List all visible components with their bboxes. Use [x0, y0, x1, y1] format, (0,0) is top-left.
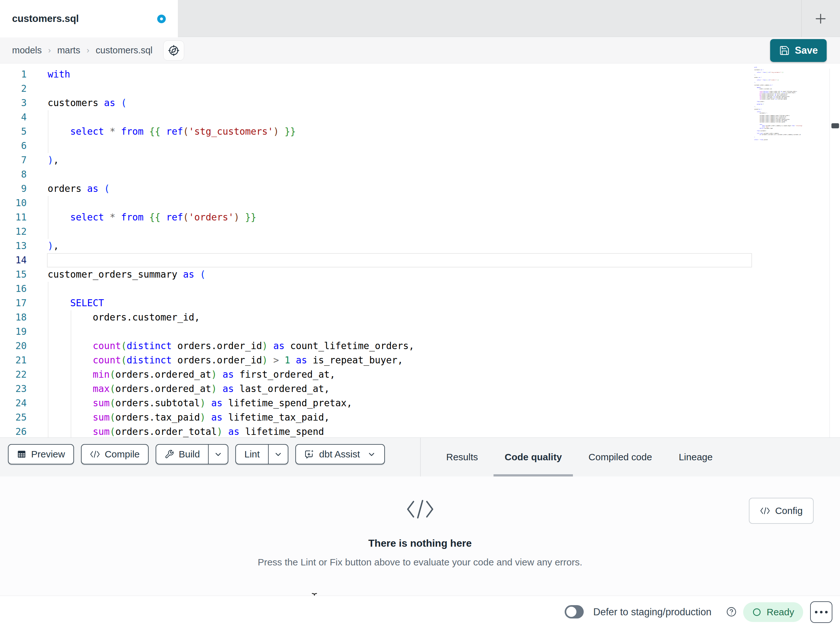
code-line-4[interactable]: 4 — [0, 110, 414, 125]
save-button[interactable]: Save — [770, 39, 827, 62]
code-line-16[interactable]: 16 — [0, 282, 414, 296]
plus-icon — [814, 12, 827, 25]
line-number: 2 — [0, 82, 27, 96]
toolbar-buttons: PreviewCompileBuildLintdbt Assist — [8, 444, 385, 464]
code-line-11[interactable]: 11 select * from {{ ref('orders') }} — [0, 210, 414, 225]
code-editor[interactable]: 1with23customers as (45 select * from {{… — [0, 63, 840, 437]
dbt-assist-button[interactable]: dbt Assist — [295, 444, 385, 464]
code-line-15[interactable]: 15customer_orders_summary as ( — [0, 267, 414, 282]
code-line-text: sum(orders.order_total) as lifetime_spen… — [27, 425, 324, 437]
code-line-6[interactable]: 6 — [0, 139, 414, 153]
code-line-text: sum(orders.tax_paid) as lifetime_tax_pai… — [27, 410, 330, 425]
line-number: 19 — [0, 325, 27, 339]
lint-dropdown-chevron-down-icon[interactable] — [269, 445, 288, 464]
code-line-text — [27, 196, 47, 210]
build-dropdown-chevron-down-icon[interactable] — [208, 445, 228, 464]
line-number: 23 — [0, 382, 27, 396]
line-number: 11 — [0, 210, 27, 225]
code-line-text: customers as ( — [27, 96, 127, 110]
breadcrumb-item-models[interactable]: models — [12, 45, 42, 55]
code-line-20[interactable]: 20 count(distinct orders.order_id) as co… — [0, 339, 414, 353]
breadcrumb-item-marts[interactable]: marts — [57, 45, 81, 55]
preview-button[interactable]: Preview — [8, 444, 74, 464]
button-label: Compile — [105, 449, 140, 460]
code-line-text — [27, 82, 47, 96]
lint-button[interactable]: Lint — [235, 444, 288, 464]
code-line-24[interactable]: 24 sum(orders.subtotal) as lifetime_spen… — [0, 396, 414, 410]
code-line-2[interactable]: 2 — [0, 82, 414, 96]
more-options-button[interactable] — [810, 601, 832, 623]
button-label: dbt Assist — [319, 449, 360, 460]
code-line-text: with — [27, 67, 70, 82]
defer-label: Defer to staging/production — [593, 596, 711, 628]
line-number: 9 — [0, 182, 27, 196]
code-line-10[interactable]: 10 — [0, 196, 414, 210]
code-line-7[interactable]: 7), — [0, 153, 414, 168]
explore-lineage-button[interactable] — [163, 40, 184, 61]
status-bar: Defer to staging/production Ready — [0, 596, 840, 628]
code-line-12[interactable]: 12 — [0, 225, 414, 239]
code-line-23[interactable]: 23 max(orders.ordered_at) as last_ordere… — [0, 382, 414, 396]
code-line-25[interactable]: 25 sum(orders.tax_paid) as lifetime_tax_… — [0, 410, 414, 425]
chevron-down-icon[interactable] — [367, 450, 376, 459]
code-line-text — [27, 110, 47, 125]
config-button[interactable]: Config — [749, 498, 814, 524]
line-number: 6 — [0, 139, 27, 153]
table-icon — [17, 449, 26, 459]
line-number: 13 — [0, 239, 27, 253]
tab-lineage[interactable]: Lineage — [679, 438, 713, 476]
help-icon[interactable] — [726, 606, 737, 619]
line-number: 14 — [0, 253, 27, 267]
code-line-text: customer_orders_summary as ( — [27, 267, 205, 282]
build-button[interactable]: Build — [156, 444, 229, 464]
code-line-5[interactable]: 5 select * from {{ ref('stg_customers') … — [0, 125, 414, 139]
config-button-label: Config — [775, 505, 803, 516]
code-line-text: min(orders.ordered_at) as first_ordered_… — [27, 367, 335, 382]
code-line-13[interactable]: 13), — [0, 239, 414, 253]
wrench-icon — [164, 449, 174, 459]
line-number: 22 — [0, 367, 27, 382]
tab-customers-sql[interactable]: customers.sql — [0, 0, 178, 38]
code-line-text: select * from {{ ref('stg_customers') }} — [27, 125, 296, 139]
minimap[interactable]: with customers as ( select * from {{ ref… — [754, 67, 805, 435]
code-line-text: select * from {{ ref('orders') }} — [27, 210, 256, 225]
line-number: 3 — [0, 96, 27, 110]
code-line-19[interactable]: 19 — [0, 325, 414, 339]
code-line-9[interactable]: 9orders as ( — [0, 182, 414, 196]
code-line-18[interactable]: 18 orders.customer_id, — [0, 310, 414, 325]
code-line-1[interactable]: 1with — [0, 67, 414, 82]
tab-compiled-code[interactable]: Compiled code — [589, 438, 652, 476]
line-number: 18 — [0, 310, 27, 325]
breadcrumb: models › marts › customers.sql — [12, 38, 184, 63]
action-toolbar: PreviewCompileBuildLintdbt Assist Result… — [0, 437, 840, 476]
defer-toggle[interactable] — [565, 605, 584, 619]
line-number: 26 — [0, 425, 27, 437]
code-line-text: orders.customer_id, — [27, 310, 200, 325]
line-number: 15 — [0, 267, 27, 282]
code-line-text — [27, 282, 47, 296]
scrollbar-marker[interactable] — [831, 123, 839, 128]
button-label: Build — [179, 449, 200, 460]
code-line-14[interactable]: 14 — [0, 253, 414, 267]
save-button-label: Save — [795, 45, 818, 56]
status-badge: Ready — [743, 602, 803, 622]
file-header-row: models › marts › customers.sql Save — [0, 38, 840, 63]
code-icon — [405, 499, 436, 520]
scrollbar-track — [829, 69, 830, 437]
toolbar-divider — [420, 438, 421, 476]
code-line-17[interactable]: 17 SELECT — [0, 296, 414, 310]
code-line-21[interactable]: 21 count(distinct orders.order_id) > 1 a… — [0, 353, 414, 367]
code-line-3[interactable]: 3customers as ( — [0, 96, 414, 110]
code-line-text: ), — [27, 239, 59, 253]
ellipsis-icon — [815, 611, 818, 614]
toggle-knob — [566, 607, 576, 617]
code-line-text — [27, 168, 47, 182]
tab-results[interactable]: Results — [446, 438, 478, 476]
tab-code-quality[interactable]: Code quality — [505, 438, 562, 476]
compile-button[interactable]: Compile — [81, 444, 148, 464]
code-line-26[interactable]: 26 sum(orders.order_total) as lifetime_s… — [0, 425, 414, 437]
code-line-22[interactable]: 22 min(orders.ordered_at) as first_order… — [0, 367, 414, 382]
line-number: 24 — [0, 396, 27, 410]
code-line-8[interactable]: 8 — [0, 168, 414, 182]
new-tab-button[interactable] — [808, 6, 833, 31]
